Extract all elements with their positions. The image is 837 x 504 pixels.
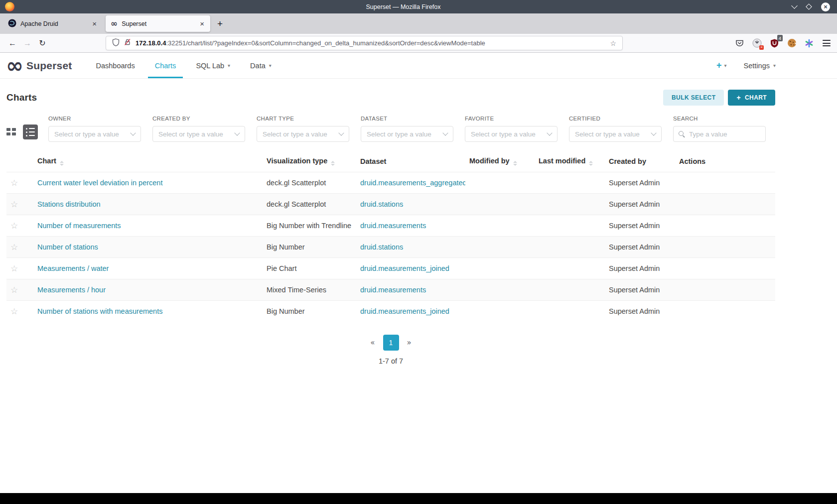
tracking-shield-icon[interactable] <box>112 38 120 48</box>
chart-link[interactable]: Stations distribution <box>37 200 101 208</box>
tab-close-icon[interactable]: × <box>91 19 98 28</box>
favorite-star-icon[interactable]: ☆ <box>10 285 18 295</box>
menu-icon[interactable] <box>821 38 832 49</box>
url-bar[interactable]: 172.18.0.4:32251/chart/list/?pageIndex=0… <box>106 36 623 50</box>
page-1-button[interactable]: 1 <box>383 335 399 351</box>
reload-button[interactable]: ↻ <box>35 36 50 50</box>
last-modified-cell <box>535 237 605 258</box>
pocket-icon[interactable] <box>734 38 745 49</box>
viz-type-cell: Pie Chart <box>263 258 356 279</box>
navbar-right: + ▾ Settings ▾ <box>716 53 776 78</box>
chart-link[interactable]: Number of measurements <box>37 222 121 230</box>
new-tab-button[interactable]: + <box>213 18 227 29</box>
filter-label: CERTIFIED <box>569 116 662 122</box>
created-by-cell: Superset Admin <box>605 279 675 301</box>
last-modified-cell <box>535 258 605 279</box>
bookmark-star-icon[interactable]: ☆ <box>610 39 616 47</box>
dataset-link[interactable]: druid.measurements <box>360 222 426 230</box>
tab-label: Superset <box>122 20 195 27</box>
row-count-summary: 1-7 of 7 <box>6 357 775 365</box>
favorite-star-icon[interactable]: ☆ <box>10 221 18 231</box>
sort-icon[interactable] <box>60 161 64 166</box>
add-chart-button[interactable]: + CHART <box>728 90 775 106</box>
nav-item-label: SQL Lab <box>196 62 224 70</box>
extension-icon[interactable]: × <box>751 38 762 49</box>
tab-apache-druid[interactable]: Apache Druid × <box>3 15 103 32</box>
favorite-star-icon[interactable]: ☆ <box>10 178 18 188</box>
filter-label: DATASET <box>361 116 453 122</box>
forward-button[interactable]: → <box>20 36 35 50</box>
dataset-link[interactable]: druid.stations <box>360 243 403 251</box>
plus-icon: + <box>716 60 722 71</box>
superset-brand-name: Superset <box>26 60 72 72</box>
column-chart[interactable]: Chart <box>33 151 263 172</box>
tab-superset[interactable]: ∞ Superset × <box>106 15 210 32</box>
insecure-lock-icon[interactable] <box>124 38 131 48</box>
browser-toolbar: ← → ↻ 172.18.0.4:32251/chart/list/?pageI… <box>0 34 837 53</box>
dataset-select[interactable]: Select or type a value <box>361 126 453 142</box>
nav-item-charts[interactable]: Charts <box>148 53 183 78</box>
sort-icon[interactable] <box>589 161 593 166</box>
column-modified-by[interactable]: Modified by <box>465 151 535 172</box>
dataset-link[interactable]: druid.measurements <box>360 286 426 294</box>
modified-by-cell <box>465 215 535 237</box>
tab-close-icon[interactable]: × <box>199 19 205 28</box>
dataset-link[interactable]: druid.measurements_joined <box>360 307 449 315</box>
column-last-modified[interactable]: Last modified <box>535 151 605 172</box>
superset-brand[interactable]: ∞ Superset <box>6 53 72 78</box>
window-maximize-icon[interactable] <box>806 3 812 10</box>
actions-cell <box>675 301 775 322</box>
list-view-icon[interactable] <box>23 125 38 139</box>
window-close-icon[interactable]: × <box>821 2 830 11</box>
modified-by-cell <box>465 258 535 279</box>
actions-cell <box>675 172 775 194</box>
search-input[interactable] <box>689 130 777 138</box>
last-modified-cell <box>535 279 605 301</box>
modified-by-cell <box>465 301 535 322</box>
nav-item-dashboards[interactable]: Dashboards <box>89 53 141 78</box>
chart-type-select[interactable]: Select or type a value <box>257 126 349 142</box>
prev-page-button[interactable]: « <box>366 338 379 347</box>
new-item-button[interactable]: + ▾ <box>716 60 727 71</box>
favorite-star-icon[interactable]: ☆ <box>10 306 18 316</box>
nav-item-data[interactable]: Data ▾ <box>243 53 279 78</box>
favorite-select[interactable]: Select or type a value <box>465 126 558 142</box>
window-minimize-icon[interactable] <box>791 2 798 9</box>
chart-link[interactable]: Number of stations <box>37 243 98 251</box>
card-view-icon[interactable] <box>6 128 16 136</box>
containers-asterisk-icon[interactable] <box>804 38 815 49</box>
sort-icon[interactable] <box>513 161 517 166</box>
chart-link[interactable]: Number of stations with measurements <box>37 307 162 315</box>
favorite-star-icon[interactable]: ☆ <box>10 263 18 273</box>
favorite-star-icon[interactable]: ☆ <box>10 242 18 252</box>
dataset-link[interactable]: druid.measurements_aggregated <box>360 179 465 187</box>
chart-link[interactable]: Measurements / water <box>37 264 109 272</box>
sort-icon[interactable] <box>331 161 335 166</box>
chevron-down-icon <box>442 130 448 135</box>
nav-item-sql-lab[interactable]: SQL Lab ▾ <box>189 53 237 78</box>
back-button[interactable]: ← <box>5 36 20 50</box>
settings-menu[interactable]: Settings ▾ <box>744 62 776 70</box>
filter-label: SEARCH <box>673 116 766 122</box>
chevron-down-icon: ▾ <box>773 63 776 68</box>
bulk-select-button[interactable]: BULK SELECT <box>663 90 724 106</box>
modified-by-cell <box>465 279 535 301</box>
chart-link[interactable]: Measurements / hour <box>37 286 106 294</box>
column-viz-type[interactable]: Visualization type <box>263 151 356 172</box>
superset-navbar: ∞ Superset Dashboards Charts SQL Lab ▾ D… <box>0 53 837 79</box>
created-by-select[interactable]: Select or type a value <box>152 126 245 142</box>
dataset-link[interactable]: druid.measurements_joined <box>360 264 449 272</box>
next-page-button[interactable]: » <box>403 338 416 347</box>
certified-select[interactable]: Select or type a value <box>569 126 662 142</box>
ublock-shield-icon[interactable]: 4 <box>769 38 780 49</box>
chart-link[interactable]: Current water level deviation in percent <box>37 179 162 187</box>
dataset-link[interactable]: druid.stations <box>360 200 403 208</box>
actions-cell <box>675 279 775 301</box>
created-by-cell: Superset Admin <box>605 237 675 258</box>
favorite-star-icon[interactable]: ☆ <box>10 199 18 209</box>
cookie-icon[interactable] <box>786 38 797 49</box>
owner-select[interactable]: Select or type a value <box>48 126 141 142</box>
page-title: Charts <box>6 92 37 103</box>
chevron-down-icon: ▾ <box>228 63 230 68</box>
last-modified-cell <box>535 172 605 194</box>
